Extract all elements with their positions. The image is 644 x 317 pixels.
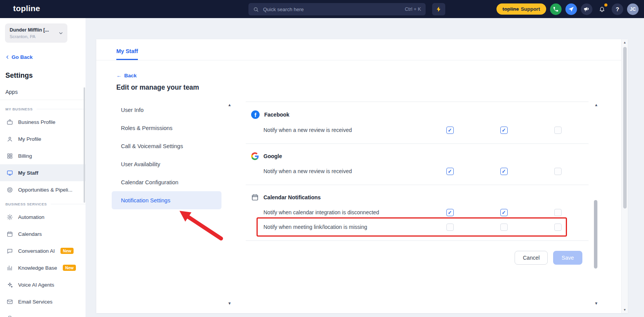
staff-nav-user-availability[interactable]: User Availability — [112, 155, 221, 173]
location-switcher[interactable]: Dunder Mifflin [... Scranton, PA — [5, 23, 67, 43]
megaphone-icon — [584, 6, 590, 12]
scroll-up-icon[interactable]: ▲ — [594, 103, 598, 107]
staff-nav-call-voicemail-settings[interactable]: Call & Voicemail Settings — [112, 137, 221, 155]
scroll-down-icon[interactable]: ▼ — [622, 308, 628, 312]
notification-group-facebook: fFacebookNotify when a new review is rec… — [246, 102, 589, 144]
bell-icon — [599, 6, 605, 12]
back-link[interactable]: ← Back — [116, 73, 137, 78]
notification-checkbox[interactable] — [446, 224, 454, 231]
rocket-icon — [568, 6, 574, 12]
sidebar-item-voice-ai-agents[interactable]: Voice AI Agents — [0, 276, 86, 293]
automation-gear-icon — [7, 214, 13, 220]
sidebar-item-email-services[interactable]: Email Services — [0, 293, 86, 310]
cancel-button[interactable]: Cancel — [515, 251, 548, 265]
new-badge: New — [63, 265, 76, 271]
facebook-icon: f — [251, 110, 260, 119]
staff-nav-calendar-configuration[interactable]: Calendar Configuration — [112, 173, 221, 191]
phone-icon — [553, 6, 559, 12]
sidebar-item-phone-system[interactable]: Phone System — [0, 310, 86, 317]
location-name: Dunder Mifflin [... — [10, 27, 58, 33]
sidebar-item-label: My Staff — [18, 170, 39, 176]
group-title: Facebook — [264, 112, 289, 118]
sidebar-item-opportunities-pipeli[interactable]: Opportunities & Pipeli... — [0, 181, 86, 198]
notification-setting-row: Notify when a new review is received✓✓ — [246, 123, 589, 137]
topbar-actions: topline Support ? JC — [496, 0, 639, 18]
notification-checkbox[interactable] — [554, 168, 562, 175]
rocket-button[interactable] — [565, 3, 577, 15]
go-back-link[interactable]: Go Back — [5, 54, 33, 60]
sidebar-item-automation[interactable]: Automation — [0, 209, 86, 225]
quick-actions-button[interactable] — [432, 3, 445, 15]
scroll-down-icon[interactable]: ▼ — [594, 302, 598, 305]
page-title: Edit or manage your team — [116, 83, 628, 92]
scroll-up-icon[interactable]: ▲ — [228, 103, 231, 107]
calendar-outline-icon — [251, 194, 259, 201]
notification-checkbox[interactable]: ✓ — [500, 127, 508, 134]
notification-checkbox[interactable] — [500, 224, 508, 231]
tab-my-staff[interactable]: My Staff — [116, 48, 138, 60]
notification-checkbox[interactable]: ✓ — [446, 168, 454, 175]
sidebar-item-label: Knowledge Base — [18, 265, 57, 271]
tabs-divider — [96, 60, 628, 60]
notification-checkbox[interactable] — [554, 224, 562, 231]
sidebar-item-billing[interactable]: Billing — [0, 147, 86, 164]
new-badge: New — [60, 248, 74, 254]
scroll-up-icon[interactable]: ▲ — [622, 41, 628, 44]
sidebar-item-calendars[interactable]: Calendars — [0, 225, 86, 242]
user-icon — [7, 136, 13, 142]
sidebar-item-knowledge-base[interactable]: Knowledge BaseNew — [0, 259, 86, 276]
scroll-down-icon[interactable]: ▼ — [228, 302, 231, 305]
page-scrollbar-thumb[interactable] — [623, 47, 627, 209]
phone-icon — [7, 315, 13, 317]
staff-nav-roles-permissions[interactable]: Roles & Permissions — [112, 119, 221, 137]
save-button[interactable]: Save — [553, 251, 582, 265]
sidebar-item-my-staff[interactable]: My Staff — [0, 164, 86, 181]
support-brand-label: topline — [503, 6, 519, 12]
opportunities-target-icon — [7, 187, 13, 193]
setting-label: Notify when meeting link/location is mis… — [246, 224, 423, 230]
sidebar-item-label: Business Profile — [18, 119, 55, 125]
sidebar-item-label: Billing — [18, 153, 32, 159]
chat-icon — [7, 248, 13, 254]
sidebar-item-apps[interactable]: Apps — [5, 89, 18, 95]
setting-label: Notify when a new review is received — [246, 127, 423, 133]
search-input[interactable] — [262, 6, 401, 13]
phone-button[interactable] — [550, 3, 562, 15]
notification-dot — [604, 3, 607, 7]
avatar[interactable]: JC — [627, 3, 639, 15]
sidebar-item-business-profile[interactable]: Business Profile — [0, 113, 86, 130]
help-button[interactable]: ? — [612, 3, 623, 15]
sidebar-item-my-profile[interactable]: My Profile — [0, 130, 86, 147]
main-card: My Staff ← Back Edit or manage your team… — [96, 39, 628, 313]
notification-checkbox[interactable]: ✓ — [500, 209, 508, 216]
sidebar-item-label: Phone System — [18, 316, 52, 317]
staff-nav-user-info[interactable]: User Info — [112, 101, 221, 119]
global-search[interactable]: Ctrl + K — [248, 3, 426, 15]
bell-button[interactable] — [596, 3, 608, 15]
setting-label: Notify when a new review is received — [246, 168, 423, 174]
support-button[interactable]: topline Support — [496, 3, 546, 15]
sidebar-scrollbar[interactable] — [84, 87, 85, 203]
page-scrollbar[interactable]: ▲ ▼ — [621, 39, 628, 313]
notification-group-calendar-notifications: Calendar NotificationsNotify when calend… — [246, 185, 589, 241]
notification-checkbox[interactable] — [554, 209, 562, 216]
settings-sidebar: Dunder Mifflin [... Scranton, PA Go Back… — [0, 18, 86, 317]
panel-scrollbar[interactable] — [594, 200, 597, 269]
notification-settings-panel: fFacebookNotify when a new review is rec… — [246, 97, 589, 265]
megaphone-button[interactable] — [581, 3, 592, 15]
go-back-label: Go Back — [12, 54, 33, 60]
notification-checkbox[interactable] — [554, 127, 562, 134]
sidebar-section-label: MY BUSINESS — [5, 107, 86, 111]
sidebar-item-label: Automation — [18, 214, 44, 220]
notification-checkbox[interactable]: ✓ — [446, 209, 454, 216]
search-icon — [253, 7, 259, 12]
lightning-icon — [436, 6, 442, 12]
setting-label: Notify when calendar integration is disc… — [246, 209, 423, 215]
location-subtitle: Scranton, PA — [10, 34, 58, 39]
email-icon — [7, 299, 13, 305]
staff-nav-notification-settings[interactable]: Notification Settings — [112, 191, 221, 209]
notification-checkbox[interactable]: ✓ — [500, 168, 508, 175]
notification-checkbox[interactable]: ✓ — [446, 127, 454, 134]
sidebar-item-conversation-ai[interactable]: Conversation AINew — [0, 242, 86, 259]
sidebar-item-label: My Profile — [18, 136, 41, 142]
